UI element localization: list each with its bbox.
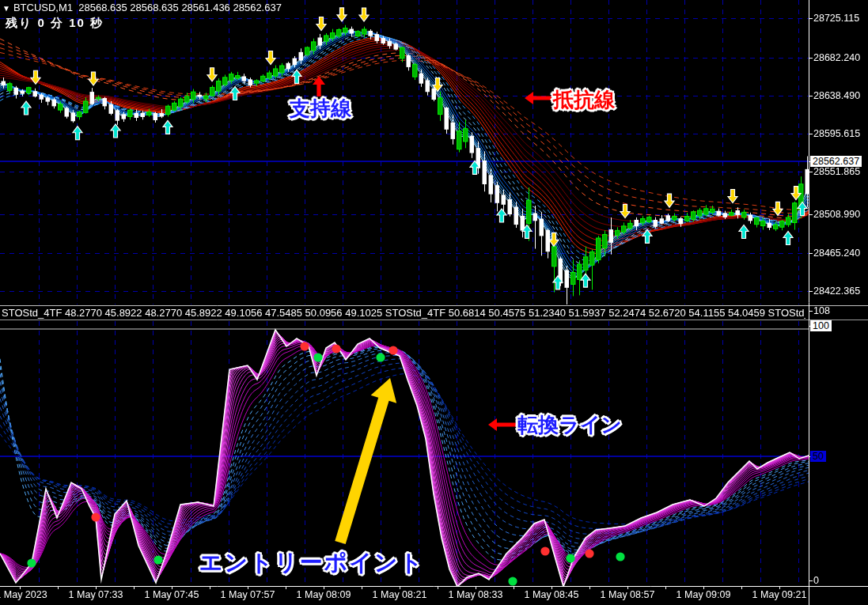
symbol-dropdown-icon: ▼ [2,4,10,13]
candle-countdown-timer: 残り 0 分 10 秒 [6,16,104,31]
indicator-values-bar: STOStd_4TF 48.2770 45.8922 48.2770 45.89… [2,307,805,319]
oscillator-axis-label: 108 [813,305,830,316]
time-axis-label: 1 May 08:45 [525,589,579,600]
oscillator-axis-label: 100 [810,320,832,331]
time-axis-label: 1 May 07:33 [69,589,123,600]
symbol-title: ▼BTCUSD,M1 28568.635 28568.635 28561.436… [2,2,282,13]
current-price-label: 28562.637 [810,156,862,167]
price-chart-canvas[interactable] [0,0,868,605]
annotation-support-line: 支持線 [290,95,351,123]
time-axis-label: 1 May 09:09 [677,589,731,600]
time-axis-label: 1 May 09:21 [752,589,807,600]
price-axis-label: 28595.615 [813,128,860,139]
time-axis-label: 1 May 08:57 [601,589,655,600]
time-axis-label: 1 May 07:57 [221,589,275,600]
time-axis-label: 1 May 08:21 [373,589,427,600]
price-axis-label: 28551.865 [813,166,860,177]
price-axis-label: 28682.240 [813,52,860,63]
price-axis-label: 28638.490 [813,90,860,101]
oscillator-axis-label: 0 [813,575,819,586]
time-axis-label: 1 May 2023 [0,589,47,600]
symbol-name: BTCUSD,M1 [13,2,73,13]
price-axis-label: 28465.240 [813,248,860,259]
price-axis-label: 28422.365 [813,285,860,297]
oscillator-axis-label: 50 [810,451,826,462]
time-axis-label: 1 May 08:09 [297,589,351,600]
time-axis-label: 1 May 08:33 [449,589,503,600]
annotation-entry-point: エントリーポイント [199,547,424,579]
price-axis-label: 28508.990 [813,209,860,220]
annotation-resistance-line: 抵抗線 [553,86,615,114]
price-axis-label: 28725.115 [813,13,859,24]
ohlc-readout: 28568.635 28568.635 28561.436 28562.637 [78,2,282,13]
time-axis-label: 1 May 07:45 [145,589,199,600]
annotation-conversion-line: 転換ライン [517,411,622,439]
mt4-chart-window: ▼BTCUSD,M1 28568.635 28568.635 28561.436… [0,0,868,605]
